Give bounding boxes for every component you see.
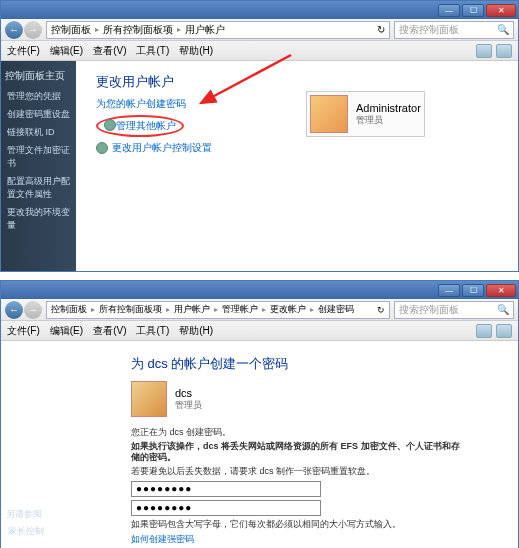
menu-help[interactable]: 帮助(H) bbox=[179, 324, 213, 338]
menubar: 文件(F) 编辑(E) 查看(V) 工具(T) 帮助(H) bbox=[1, 41, 518, 61]
warning-text: 如果执行该操作，dcs 将丢失网站或网络资源的所有 EFS 加密文件、个人证书和… bbox=[131, 441, 461, 464]
account-tile[interactable]: Administrator 管理员 bbox=[306, 91, 425, 137]
new-password-input[interactable] bbox=[131, 481, 321, 497]
breadcrumb[interactable]: 控制面板 bbox=[51, 303, 87, 316]
menu-help[interactable]: 帮助(H) bbox=[179, 44, 213, 58]
nav-back-button[interactable]: ← bbox=[5, 301, 23, 319]
search-input[interactable]: 搜索控制面板 🔍 bbox=[394, 21, 514, 39]
strong-password-link[interactable]: 如何创建强密码 bbox=[131, 533, 518, 546]
breadcrumb[interactable]: 控制面板 bbox=[51, 23, 91, 37]
sidebar-item-certs[interactable]: 管理文件加密证书 bbox=[5, 143, 72, 171]
breadcrumb[interactable]: 更改帐户 bbox=[270, 303, 306, 316]
breadcrumb[interactable]: 管理帐户 bbox=[222, 303, 258, 316]
breadcrumb[interactable]: 创建密码 bbox=[318, 303, 354, 316]
nav-back-button[interactable]: ← bbox=[5, 21, 23, 39]
menu-edit[interactable]: 编辑(E) bbox=[50, 44, 83, 58]
page-title: 更改用户帐户 bbox=[96, 73, 498, 91]
minimize-button[interactable]: — bbox=[438, 4, 460, 17]
sidebar: 控制面板主页 管理您的凭据 创建密码重设盘 链接联机 ID 管理文件加密证书 配… bbox=[1, 61, 76, 271]
help-icon[interactable] bbox=[496, 44, 512, 58]
window-user-accounts: — ☐ ✕ ← → 控制面板▸ 所有控制面板项▸ 用户帐户 ↻ 搜索控制面板 🔍… bbox=[0, 0, 519, 272]
task-uac-settings[interactable]: 更改用户帐户控制设置 bbox=[112, 141, 212, 155]
search-input[interactable]: 搜索控制面板 🔍 bbox=[394, 301, 514, 319]
menu-tools[interactable]: 工具(T) bbox=[136, 324, 169, 338]
sidebar-title: 控制面板主页 bbox=[5, 69, 72, 83]
sidebar-item-resetdisk[interactable]: 创建密码重设盘 bbox=[5, 107, 72, 122]
organize-icon[interactable] bbox=[476, 44, 492, 58]
menu-file[interactable]: 文件(F) bbox=[7, 44, 40, 58]
confirm-password-input[interactable] bbox=[131, 500, 321, 516]
breadcrumb[interactable]: 所有控制面板项 bbox=[99, 303, 162, 316]
help-icon[interactable] bbox=[496, 324, 512, 338]
nav-forward-button[interactable]: → bbox=[24, 21, 42, 39]
sidebar-item-onlineid[interactable]: 链接联机 ID bbox=[5, 125, 72, 140]
task-manage-accounts[interactable]: 管理其他帐户 bbox=[116, 119, 176, 133]
task-create-password[interactable]: 为您的帐户创建密码 bbox=[96, 97, 498, 111]
sidebar-item-credentials[interactable]: 管理您的凭据 bbox=[5, 89, 72, 104]
maximize-button[interactable]: ☐ bbox=[462, 4, 484, 17]
user-role: 管理员 bbox=[175, 399, 202, 412]
minimize-button[interactable]: — bbox=[438, 284, 460, 297]
titlebar: — ☐ ✕ bbox=[1, 1, 518, 19]
menu-view[interactable]: 查看(V) bbox=[93, 324, 126, 338]
address-bar[interactable]: 控制面板▸ 所有控制面板项▸ 用户帐户▸ 管理帐户▸ 更改帐户▸ 创建密码 ↻ bbox=[46, 301, 390, 319]
organize-icon[interactable] bbox=[476, 324, 492, 338]
shield-icon bbox=[96, 142, 108, 154]
breadcrumb[interactable]: 所有控制面板项 bbox=[103, 23, 173, 37]
main-content: 为 dcs 的帐户创建一个密码 dcs 管理员 您正在为 dcs 创建密码。 如… bbox=[1, 341, 518, 548]
shield-icon bbox=[104, 119, 116, 131]
refresh-icon[interactable]: ↻ bbox=[377, 24, 385, 35]
highlight-circle: 管理其他帐户 bbox=[96, 115, 184, 137]
menu-file[interactable]: 文件(F) bbox=[7, 324, 40, 338]
breadcrumb[interactable]: 用户帐户 bbox=[174, 303, 210, 316]
titlebar: — ☐ ✕ bbox=[1, 281, 518, 299]
close-button[interactable]: ✕ bbox=[486, 284, 516, 297]
breadcrumb[interactable]: 用户帐户 bbox=[185, 23, 225, 37]
maximize-button[interactable]: ☐ bbox=[462, 284, 484, 297]
address-bar[interactable]: 控制面板▸ 所有控制面板项▸ 用户帐户 ↻ bbox=[46, 21, 390, 39]
main-content: 更改用户帐户 为您的帐户创建密码 管理其他帐户 更改用户帐户控制设置 Admi bbox=[76, 61, 518, 271]
menubar: 文件(F) 编辑(E) 查看(V) 工具(T) 帮助(H) bbox=[1, 321, 518, 341]
search-icon: 🔍 bbox=[497, 304, 509, 315]
avatar bbox=[131, 381, 167, 417]
menu-view[interactable]: 查看(V) bbox=[93, 44, 126, 58]
sidebar-item-profiles[interactable]: 配置高级用户配置文件属性 bbox=[5, 174, 72, 202]
menu-tools[interactable]: 工具(T) bbox=[136, 44, 169, 58]
account-role: 管理员 bbox=[356, 114, 421, 127]
info-text: 若要避免以后丢失数据，请要求 dcs 制作一张密码重置软盘。 bbox=[131, 466, 461, 478]
menu-edit[interactable]: 编辑(E) bbox=[50, 324, 83, 338]
close-button[interactable]: ✕ bbox=[486, 4, 516, 17]
navbar: ← → 控制面板▸ 所有控制面板项▸ 用户帐户 ↻ 搜索控制面板 🔍 bbox=[1, 19, 518, 41]
avatar bbox=[310, 95, 348, 133]
page-title: 为 dcs 的帐户创建一个密码 bbox=[131, 355, 518, 373]
account-name: Administrator bbox=[356, 102, 421, 114]
hint-label: 如果密码包含大写字母，它们每次都必须以相同的大小写方式输入。 bbox=[131, 519, 461, 531]
search-icon: 🔍 bbox=[497, 24, 509, 35]
sidebar-item-envvars[interactable]: 更改我的环境变量 bbox=[5, 205, 72, 233]
window-create-password: — ☐ ✕ ← → 控制面板▸ 所有控制面板项▸ 用户帐户▸ 管理帐户▸ 更改帐… bbox=[0, 280, 519, 548]
nav-forward-button[interactable]: → bbox=[24, 301, 42, 319]
refresh-icon[interactable]: ↻ bbox=[377, 305, 385, 315]
user-name: dcs bbox=[175, 387, 202, 399]
navbar: ← → 控制面板▸ 所有控制面板项▸ 用户帐户▸ 管理帐户▸ 更改帐户▸ 创建密… bbox=[1, 299, 518, 321]
info-text: 您正在为 dcs 创建密码。 bbox=[131, 427, 461, 439]
